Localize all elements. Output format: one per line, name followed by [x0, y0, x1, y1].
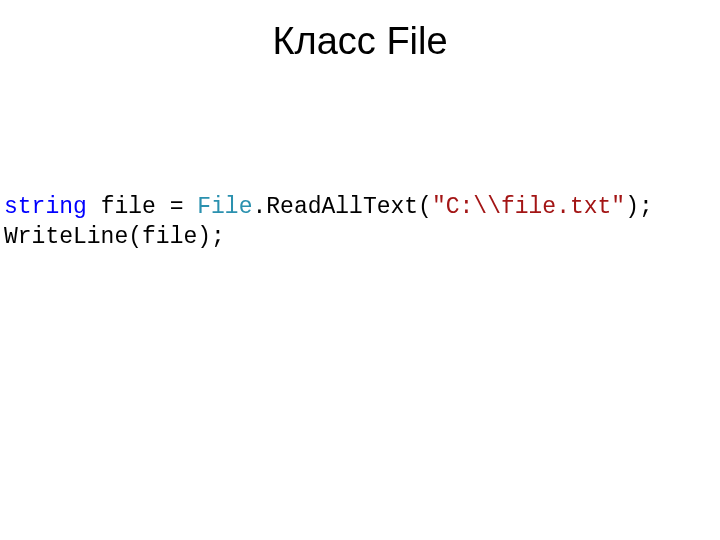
slide-title: Класс File: [0, 0, 720, 63]
code-block: string file = File.ReadAllText("C:\\file…: [0, 193, 720, 253]
code-line2: WriteLine(file);: [4, 224, 225, 250]
code-end: );: [625, 194, 653, 220]
code-text: [87, 194, 101, 220]
keyword-string: string: [4, 194, 87, 220]
string-literal: "C:\\file.txt": [432, 194, 625, 220]
code-method: .ReadAllText(: [252, 194, 431, 220]
code-var: file =: [101, 194, 198, 220]
class-file: File: [197, 194, 252, 220]
